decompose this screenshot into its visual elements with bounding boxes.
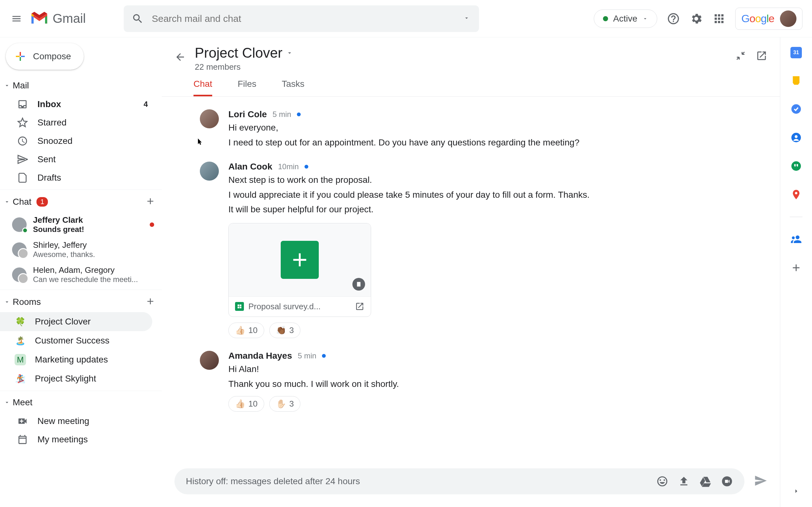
back-button[interactable] <box>174 51 186 64</box>
gmail-text: Gmail <box>53 11 86 26</box>
meet-section-label: Meet <box>13 397 32 407</box>
add-chat-button[interactable] <box>145 196 155 208</box>
caret-down-icon <box>4 82 10 89</box>
meet-my-meetings[interactable]: My meetings <box>0 430 155 449</box>
contacts-icon[interactable] <box>790 131 803 144</box>
keep-icon[interactable] <box>790 74 803 87</box>
nav-inbox[interactable]: Inbox4 <box>0 95 155 113</box>
account-pill[interactable]: Google <box>735 8 803 30</box>
room-members: 22 members <box>195 62 726 72</box>
status-dot-icon <box>305 165 308 169</box>
chat-item[interactable]: Helen, Adam, GregoryCan we reschedule th… <box>0 262 162 287</box>
tasks-icon[interactable] <box>790 103 803 115</box>
open-new-icon[interactable] <box>756 50 767 61</box>
svg-point-4 <box>795 135 798 138</box>
sheets-icon <box>281 241 319 279</box>
room-icon: M <box>14 354 26 365</box>
collapse-icon[interactable] <box>735 50 746 61</box>
apps-icon[interactable] <box>712 12 726 25</box>
room-item[interactable]: 🏂Project Skylight <box>0 369 152 388</box>
nav-sent[interactable]: Sent <box>0 150 155 169</box>
search-options-icon[interactable] <box>463 15 471 22</box>
nav-snoozed[interactable]: Snoozed <box>0 132 155 150</box>
mail-section-label: Mail <box>13 80 29 91</box>
side-panel: 31 <box>780 38 812 507</box>
plus-icon <box>14 51 26 62</box>
attachment[interactable]: Proposal survey.d... <box>229 223 371 317</box>
nav-drafts[interactable]: Drafts <box>0 169 155 187</box>
help-icon[interactable] <box>667 12 680 25</box>
nav-starred[interactable]: Starred <box>0 113 155 132</box>
rooms-section-label: Rooms <box>13 297 41 307</box>
status-dot-icon <box>297 112 301 116</box>
expand-panel-icon[interactable] <box>790 485 803 498</box>
message-composer[interactable]: History off: messages deleted after 24 h… <box>174 468 745 494</box>
chat-item[interactable]: Shirley, JefferyAwesome, thanks. <box>0 237 162 262</box>
open-icon[interactable] <box>355 302 364 311</box>
room-item[interactable]: MMarketing updates <box>0 350 152 369</box>
svg-point-6 <box>795 192 798 194</box>
drive-icon[interactable] <box>699 475 711 487</box>
chat-item[interactable]: Jeffery ClarkSounds great! <box>0 212 162 237</box>
message: Amanda Hayes5 minHi Alan!Thank you so mu… <box>200 351 761 412</box>
caret-down-icon <box>4 299 10 305</box>
chat-badge: 1 <box>37 197 48 207</box>
gmail-logo[interactable]: Gmail <box>30 11 86 26</box>
compose-label: Compose <box>33 51 71 61</box>
avatar <box>12 242 27 257</box>
settings-icon[interactable] <box>690 12 703 25</box>
reaction[interactable]: ✋🏻3 <box>269 396 300 412</box>
chevron-down-icon <box>642 16 648 21</box>
reaction[interactable]: 👍🏻10 <box>229 396 264 412</box>
svg-point-5 <box>792 161 801 171</box>
avatar <box>12 268 27 282</box>
add-addon-icon[interactable] <box>790 262 803 274</box>
message: Lori Cole5 minHi everyone,I need to step… <box>200 109 761 149</box>
compose-button[interactable]: Compose <box>6 43 84 70</box>
mail-section-header[interactable]: Mail <box>0 76 162 95</box>
menu-icon[interactable] <box>9 12 23 26</box>
avatar <box>12 217 27 232</box>
status-dot-icon <box>322 354 326 358</box>
tab-tasks[interactable]: Tasks <box>282 79 305 96</box>
divider <box>790 217 803 217</box>
hangouts-icon[interactable] <box>790 160 803 172</box>
rooms-section-header[interactable]: Rooms <box>0 290 162 312</box>
message: Alan Cook10minNext step is to work on th… <box>200 162 761 338</box>
chat-section-header[interactable]: Chat 1 <box>0 189 162 212</box>
room-icon: 🏂 <box>14 373 26 384</box>
search-input[interactable] <box>152 13 463 24</box>
maps-icon[interactable] <box>790 188 803 201</box>
room-item[interactable]: 🍀Project Clover <box>0 312 152 331</box>
search-bar[interactable] <box>124 5 479 32</box>
caret-down-icon <box>4 199 10 205</box>
room-item[interactable]: 🏝️Customer Success <box>0 331 152 350</box>
meet-section-header[interactable]: Meet <box>0 391 162 412</box>
reaction[interactable]: 👍🏻10 <box>229 323 264 338</box>
composer-placeholder: History off: messages deleted after 24 h… <box>186 476 647 487</box>
main-content: Project Clover 22 members ChatFilesTasks… <box>162 38 780 507</box>
send-button[interactable] <box>754 474 767 489</box>
room-title[interactable]: Project Clover <box>195 45 726 61</box>
avatar <box>200 162 219 181</box>
caret-down-icon <box>4 399 10 406</box>
google-logo: Google <box>741 12 774 25</box>
reaction[interactable]: 👏🏾3 <box>269 323 300 338</box>
status-dot-icon <box>603 16 608 21</box>
status-pill[interactable]: Active <box>594 9 657 28</box>
chevron-down-icon <box>286 49 293 56</box>
add-people-icon[interactable] <box>790 233 803 245</box>
tab-files[interactable]: Files <box>238 79 256 96</box>
upload-icon[interactable] <box>678 475 690 487</box>
search-icon <box>132 13 144 25</box>
status-label: Active <box>613 14 637 24</box>
user-avatar[interactable] <box>780 10 797 27</box>
add-room-button[interactable] <box>145 296 155 308</box>
emoji-icon[interactable] <box>656 475 668 487</box>
tab-chat[interactable]: Chat <box>194 79 212 96</box>
calendar-icon[interactable]: 31 <box>791 47 802 58</box>
room-icon: 🏝️ <box>14 335 26 346</box>
meet-icon[interactable] <box>721 475 733 487</box>
avatar <box>200 351 219 370</box>
meet-new-meeting[interactable]: New meeting <box>0 412 155 430</box>
